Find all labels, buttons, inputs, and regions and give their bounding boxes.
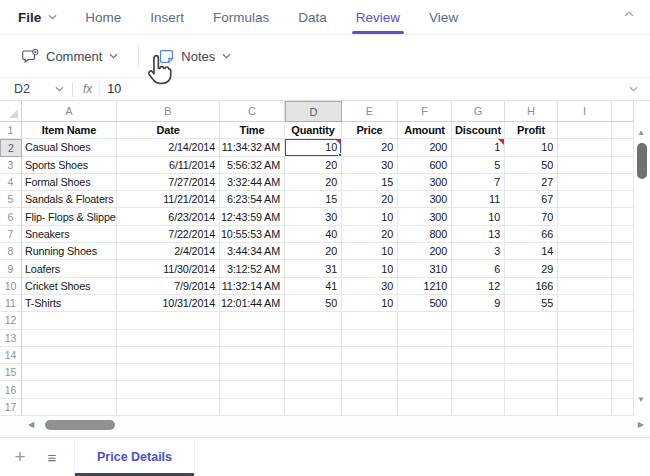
cell-B15[interactable]: [117, 364, 220, 381]
cell-H16[interactable]: [505, 381, 558, 398]
cell-A15[interactable]: [22, 364, 117, 381]
cell-E8[interactable]: 10: [342, 243, 398, 260]
cell-I11[interactable]: [558, 295, 612, 312]
cell-F10[interactable]: 1210: [398, 278, 452, 295]
cell-G13[interactable]: [452, 330, 505, 347]
row-header-10[interactable]: 10: [0, 278, 22, 295]
cell-E15[interactable]: [342, 364, 398, 381]
cell-B14[interactable]: [117, 347, 220, 364]
vertical-scrollbar-thumb[interactable]: [637, 143, 647, 179]
cell-H13[interactable]: [505, 330, 558, 347]
cell-B4[interactable]: 7/27/2014: [117, 174, 220, 191]
cell-E11[interactable]: 10: [342, 295, 398, 312]
column-header-B[interactable]: B: [117, 101, 220, 122]
row-header-17[interactable]: 17: [0, 399, 22, 416]
cell-F7[interactable]: 800: [398, 226, 452, 243]
cell-H7[interactable]: 66: [505, 226, 558, 243]
cell-C12[interactable]: [220, 312, 285, 329]
cell-B5[interactable]: 11/21/2014: [117, 191, 220, 208]
cell-D10[interactable]: 41: [285, 278, 342, 295]
notes-button[interactable]: Notes: [155, 44, 235, 69]
column-header-I[interactable]: I: [558, 101, 612, 122]
row-header-5[interactable]: 5: [0, 191, 22, 208]
select-all-corner[interactable]: [0, 101, 22, 122]
cell-C10[interactable]: 11:32:14 AM: [220, 278, 285, 295]
cell-D15[interactable]: [285, 364, 342, 381]
cell-D12[interactable]: [285, 312, 342, 329]
cell-H8[interactable]: 14: [505, 243, 558, 260]
cell-D5[interactable]: 15: [285, 191, 342, 208]
cell-I5[interactable]: [558, 191, 612, 208]
cell-I4[interactable]: [558, 174, 612, 191]
cell-F4[interactable]: 300: [398, 174, 452, 191]
row-header-12[interactable]: 12: [0, 312, 22, 329]
cell-A7[interactable]: Sneakers: [22, 226, 117, 243]
cell-F15[interactable]: [398, 364, 452, 381]
cell-F6[interactable]: 300: [398, 208, 452, 225]
column-header-partial[interactable]: [612, 101, 634, 122]
cell-I16[interactable]: [558, 381, 612, 398]
cell-E3[interactable]: 30: [342, 157, 398, 174]
cell-E1[interactable]: Price: [342, 122, 398, 139]
row-header-15[interactable]: 15: [0, 364, 22, 381]
cell-F9[interactable]: 310: [398, 260, 452, 277]
column-header-A[interactable]: A: [22, 101, 117, 122]
cell-C1[interactable]: Time: [220, 122, 285, 139]
cell-C14[interactable]: [220, 347, 285, 364]
cell-E14[interactable]: [342, 347, 398, 364]
scroll-left-icon[interactable]: ◀: [28, 420, 34, 429]
cell-H9[interactable]: 29: [505, 260, 558, 277]
cell-J17[interactable]: [612, 399, 634, 416]
cell-I7[interactable]: [558, 226, 612, 243]
row-header-3[interactable]: 3: [0, 157, 22, 174]
chevron-down-icon[interactable]: [55, 86, 64, 92]
row-header-6[interactable]: 6: [0, 208, 22, 225]
cell-C3[interactable]: 5:56:32 AM: [220, 157, 285, 174]
cell-G15[interactable]: [452, 364, 505, 381]
cell-G14[interactable]: [452, 347, 505, 364]
cell-J9[interactable]: [612, 260, 634, 277]
cell-H15[interactable]: [505, 364, 558, 381]
cell-D6[interactable]: 30: [285, 208, 342, 225]
cell-F5[interactable]: 300: [398, 191, 452, 208]
cell-B1[interactable]: Date: [117, 122, 220, 139]
cell-B3[interactable]: 6/11/2014: [117, 157, 220, 174]
cell-J16[interactable]: [612, 381, 634, 398]
cell-G5[interactable]: 11: [452, 191, 505, 208]
cell-E7[interactable]: 20: [342, 226, 398, 243]
cell-D1[interactable]: Quantity: [285, 122, 342, 139]
cell-G11[interactable]: 9: [452, 295, 505, 312]
cell-H14[interactable]: [505, 347, 558, 364]
cell-D13[interactable]: [285, 330, 342, 347]
row-header-13[interactable]: 13: [0, 330, 22, 347]
cell-F2[interactable]: 200: [398, 139, 452, 156]
cell-C7[interactable]: 10:55:53 AM: [220, 226, 285, 243]
cell-E4[interactable]: 15: [342, 174, 398, 191]
cell-D7[interactable]: 40: [285, 226, 342, 243]
cell-E17[interactable]: [342, 399, 398, 416]
cell-D9[interactable]: 31: [285, 260, 342, 277]
scroll-down-icon[interactable]: ▼: [637, 395, 645, 404]
cell-A8[interactable]: Running Shoes: [22, 243, 117, 260]
cell-F3[interactable]: 600: [398, 157, 452, 174]
cell-H2[interactable]: 10: [505, 139, 558, 156]
cell-C13[interactable]: [220, 330, 285, 347]
cell-A17[interactable]: [22, 399, 117, 416]
cell-C15[interactable]: [220, 364, 285, 381]
cell-J6[interactable]: [612, 208, 634, 225]
vertical-scrollbar[interactable]: ▲ ▼: [634, 122, 650, 416]
cell-H1[interactable]: Profit: [505, 122, 558, 139]
cell-F12[interactable]: [398, 312, 452, 329]
cell-H10[interactable]: 166: [505, 278, 558, 295]
cell-I13[interactable]: [558, 330, 612, 347]
file-menu[interactable]: File: [18, 10, 57, 25]
cell-I17[interactable]: [558, 399, 612, 416]
cell-C9[interactable]: 3:12:52 AM: [220, 260, 285, 277]
cell-B7[interactable]: 7/22/2014: [117, 226, 220, 243]
scroll-right-icon[interactable]: ▶: [638, 420, 644, 429]
add-sheet-button[interactable]: +: [8, 447, 32, 467]
menu-item-formulas[interactable]: Formulas: [212, 1, 270, 34]
cell-B17[interactable]: [117, 399, 220, 416]
cell-C8[interactable]: 3:44:34 AM: [220, 243, 285, 260]
row-header-16[interactable]: 16: [0, 381, 22, 398]
